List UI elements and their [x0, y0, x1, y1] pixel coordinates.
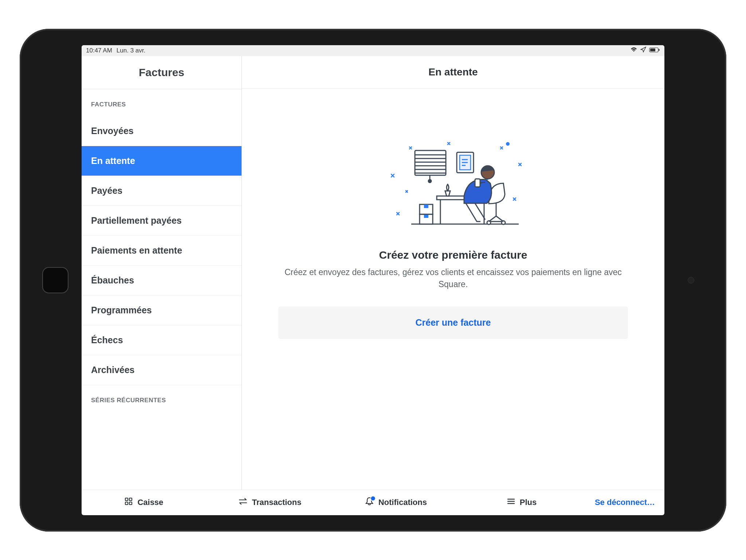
- location-icon: [640, 47, 646, 54]
- sidebar-item-envoyees[interactable]: Envoyées: [82, 116, 242, 146]
- svg-rect-34: [125, 498, 128, 501]
- svg-rect-4: [415, 150, 446, 175]
- section-header-series: SÉRIES RÉCURRENTES: [82, 385, 242, 412]
- grid-icon: [124, 497, 133, 508]
- nav-label: Caisse: [137, 498, 163, 507]
- home-button[interactable]: [42, 267, 68, 293]
- nav-label: Notifications: [378, 498, 427, 507]
- empty-state-illustration: [380, 140, 526, 234]
- sidebar: Factures FACTURES Envoyées En attente Pa…: [82, 56, 242, 490]
- nav-caisse[interactable]: Caisse: [85, 497, 203, 508]
- svg-rect-36: [125, 502, 128, 505]
- svg-rect-25: [424, 204, 428, 208]
- bottom-nav: Caisse Transactions Notifications Pl: [82, 490, 664, 515]
- empty-description: Créez et envoyez des factures, gérez vos…: [282, 266, 624, 291]
- svg-rect-35: [129, 498, 132, 501]
- status-date: Lun. 3 avr.: [117, 47, 145, 54]
- logout-button[interactable]: Se déconnect…: [588, 498, 661, 507]
- svg-point-38: [370, 496, 375, 501]
- empty-heading: Créez votre première facture: [379, 249, 527, 261]
- status-time: 10:47 AM: [86, 47, 112, 54]
- svg-rect-33: [475, 179, 480, 187]
- sidebar-item-programmees[interactable]: Programmées: [82, 295, 242, 325]
- sidebar-item-ebauches[interactable]: Ébauches: [82, 266, 242, 295]
- empty-state: Créez votre première facture Créez et en…: [242, 89, 664, 490]
- sidebar-item-paiements-en-attente[interactable]: Paiements en attente: [82, 236, 242, 266]
- svg-rect-37: [129, 502, 132, 505]
- ipad-frame: 10:47 AM Lun. 3 avr. Factures FACTURES E…: [20, 29, 726, 532]
- nav-notifications[interactable]: Notifications: [336, 497, 455, 508]
- svg-point-12: [428, 180, 431, 183]
- sidebar-item-en-attente[interactable]: En attente: [82, 146, 242, 176]
- sidebar-item-payees[interactable]: Payées: [82, 176, 242, 206]
- wifi-icon: [630, 47, 637, 54]
- section-header-factures: FACTURES: [82, 89, 242, 116]
- svg-line-31: [496, 216, 503, 222]
- battery-icon: [649, 47, 660, 54]
- sidebar-title: Factures: [82, 56, 242, 89]
- nav-plus[interactable]: Plus: [462, 498, 581, 507]
- sidebar-item-archivees[interactable]: Archivées: [82, 355, 242, 385]
- nav-label: Plus: [520, 498, 537, 507]
- svg-point-3: [506, 142, 510, 146]
- main-title: En attente: [242, 56, 664, 89]
- nav-transactions[interactable]: Transactions: [211, 497, 329, 508]
- status-bar: 10:47 AM Lun. 3 avr.: [82, 45, 664, 56]
- svg-rect-2: [659, 49, 660, 51]
- nav-label: Transactions: [252, 498, 302, 507]
- svg-line-30: [489, 216, 496, 222]
- sidebar-item-echecs[interactable]: Échecs: [82, 325, 242, 355]
- front-camera: [688, 277, 694, 283]
- main-panel: En attente: [242, 56, 664, 490]
- app-body: Factures FACTURES Envoyées En attente Pa…: [82, 56, 664, 490]
- create-invoice-button[interactable]: Créer une facture: [278, 306, 628, 339]
- bell-icon: [365, 497, 374, 508]
- screen: 10:47 AM Lun. 3 avr. Factures FACTURES E…: [82, 45, 664, 515]
- sidebar-item-partiellement-payees[interactable]: Partiellement payées: [82, 206, 242, 236]
- svg-rect-1: [650, 48, 655, 51]
- transfer-icon: [238, 497, 248, 508]
- menu-icon: [507, 498, 515, 507]
